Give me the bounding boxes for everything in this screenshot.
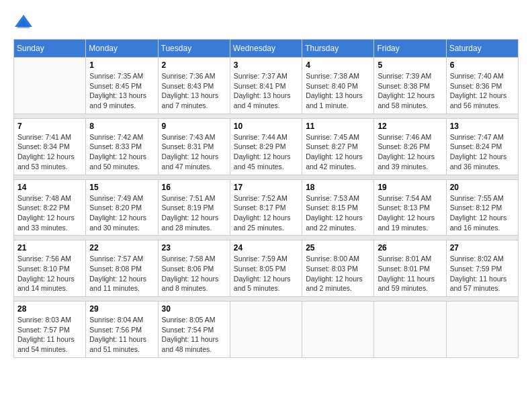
day-info: Sunrise: 7:51 AMSunset: 8:19 PMDaylight:… <box>162 193 226 233</box>
day-info: Sunrise: 7:56 AMSunset: 8:10 PMDaylight:… <box>17 254 82 293</box>
calendar-cell <box>230 302 302 358</box>
calendar-week-1: 1Sunrise: 7:35 AMSunset: 8:45 PMDaylight… <box>14 58 519 114</box>
day-number: 24 <box>234 243 298 253</box>
day-info: Sunrise: 7:39 AMSunset: 8:38 PMDaylight:… <box>378 71 442 111</box>
day-number: 29 <box>89 304 154 314</box>
calendar-cell: 16Sunrise: 7:51 AMSunset: 8:19 PMDayligh… <box>158 179 230 236</box>
calendar-cell <box>374 302 446 358</box>
calendar-cell: 10Sunrise: 7:44 AMSunset: 8:29 PMDayligh… <box>230 118 302 175</box>
calendar-cell: 17Sunrise: 7:52 AMSunset: 8:17 PMDayligh… <box>230 179 302 236</box>
calendar-week-3: 14Sunrise: 7:48 AMSunset: 8:22 PMDayligh… <box>14 179 519 236</box>
week-spacer <box>14 236 519 240</box>
calendar-cell: 15Sunrise: 7:49 AMSunset: 8:20 PMDayligh… <box>86 179 158 236</box>
calendar-cell: 27Sunrise: 8:02 AMSunset: 7:59 PMDayligh… <box>446 240 518 297</box>
calendar-cell: 9Sunrise: 7:43 AMSunset: 8:31 PMDaylight… <box>158 118 230 175</box>
day-info: Sunrise: 8:00 AMSunset: 8:03 PMDaylight:… <box>306 254 370 293</box>
day-number: 1 <box>89 60 154 70</box>
calendar-cell: 19Sunrise: 7:54 AMSunset: 8:13 PMDayligh… <box>374 179 446 236</box>
day-number: 7 <box>17 122 82 131</box>
day-number: 11 <box>306 122 370 131</box>
calendar-cell: 30Sunrise: 8:05 AMSunset: 7:54 PMDayligh… <box>158 302 230 358</box>
weekday-header-row: SundayMondayTuesdayWednesdayThursdayFrid… <box>14 40 519 58</box>
calendar-cell: 23Sunrise: 7:58 AMSunset: 8:06 PMDayligh… <box>158 240 230 297</box>
day-number: 15 <box>89 183 154 192</box>
calendar-table: SundayMondayTuesdayWednesdayThursdayFrid… <box>13 39 519 358</box>
day-number: 12 <box>378 122 442 131</box>
day-number: 8 <box>89 122 154 131</box>
calendar-cell: 3Sunrise: 7:37 AMSunset: 8:41 PMDaylight… <box>230 58 302 114</box>
calendar-cell: 2Sunrise: 7:36 AMSunset: 8:43 PMDaylight… <box>158 58 230 114</box>
day-number: 30 <box>162 304 226 314</box>
day-number: 6 <box>450 60 515 70</box>
day-number: 27 <box>450 243 515 253</box>
day-info: Sunrise: 7:44 AMSunset: 8:29 PMDaylight:… <box>234 132 298 172</box>
day-number: 28 <box>17 304 82 314</box>
day-info: Sunrise: 7:54 AMSunset: 8:13 PMDaylight:… <box>378 193 442 233</box>
day-number: 14 <box>17 183 82 192</box>
calendar-cell: 6Sunrise: 7:40 AMSunset: 8:36 PMDaylight… <box>446 58 518 114</box>
day-info: Sunrise: 7:37 AMSunset: 8:41 PMDaylight:… <box>234 71 298 111</box>
calendar-cell: 21Sunrise: 7:56 AMSunset: 8:10 PMDayligh… <box>14 240 86 297</box>
calendar-cell: 7Sunrise: 7:41 AMSunset: 8:34 PMDaylight… <box>14 118 86 175</box>
day-number: 16 <box>162 183 226 192</box>
weekday-header-thursday: Thursday <box>302 40 374 58</box>
day-info: Sunrise: 8:04 AMSunset: 7:56 PMDaylight:… <box>89 315 154 355</box>
calendar-cell <box>14 58 86 114</box>
calendar-body: 1Sunrise: 7:35 AMSunset: 8:45 PMDaylight… <box>14 58 519 358</box>
day-info: Sunrise: 7:41 AMSunset: 8:34 PMDaylight:… <box>17 132 82 172</box>
day-info: Sunrise: 8:03 AMSunset: 7:57 PMDaylight:… <box>17 315 82 355</box>
day-info: Sunrise: 7:55 AMSunset: 8:12 PMDaylight:… <box>450 193 515 233</box>
day-number: 2 <box>162 60 226 70</box>
day-number: 19 <box>378 183 442 192</box>
calendar-week-5: 28Sunrise: 8:03 AMSunset: 7:57 PMDayligh… <box>14 302 519 358</box>
calendar-cell: 24Sunrise: 7:59 AMSunset: 8:05 PMDayligh… <box>230 240 302 297</box>
day-info: Sunrise: 8:01 AMSunset: 8:01 PMDaylight:… <box>378 254 442 293</box>
day-info: Sunrise: 7:48 AMSunset: 8:22 PMDaylight:… <box>17 193 82 233</box>
weekday-header-monday: Monday <box>86 40 158 58</box>
calendar-cell <box>446 302 518 358</box>
day-info: Sunrise: 7:35 AMSunset: 8:45 PMDaylight:… <box>89 71 154 111</box>
day-number: 26 <box>378 243 442 253</box>
calendar-cell: 12Sunrise: 7:46 AMSunset: 8:26 PMDayligh… <box>374 118 446 175</box>
calendar-cell: 14Sunrise: 7:48 AMSunset: 8:22 PMDayligh… <box>14 179 86 236</box>
day-info: Sunrise: 7:47 AMSunset: 8:24 PMDaylight:… <box>450 132 515 172</box>
calendar-cell: 8Sunrise: 7:42 AMSunset: 8:33 PMDaylight… <box>86 118 158 175</box>
logo-icon <box>13 13 34 32</box>
day-number: 17 <box>234 183 298 192</box>
day-info: Sunrise: 8:02 AMSunset: 7:59 PMDaylight:… <box>450 254 515 293</box>
day-info: Sunrise: 7:45 AMSunset: 8:27 PMDaylight:… <box>306 132 370 172</box>
day-info: Sunrise: 7:52 AMSunset: 8:17 PMDaylight:… <box>234 193 298 233</box>
page-header <box>13 13 519 32</box>
calendar-cell: 11Sunrise: 7:45 AMSunset: 8:27 PMDayligh… <box>302 118 374 175</box>
day-number: 3 <box>234 60 298 70</box>
calendar-cell: 26Sunrise: 8:01 AMSunset: 8:01 PMDayligh… <box>374 240 446 297</box>
weekday-header-wednesday: Wednesday <box>230 40 302 58</box>
calendar-cell: 25Sunrise: 8:00 AMSunset: 8:03 PMDayligh… <box>302 240 374 297</box>
calendar-cell: 28Sunrise: 8:03 AMSunset: 7:57 PMDayligh… <box>14 302 86 358</box>
day-info: Sunrise: 7:49 AMSunset: 8:20 PMDaylight:… <box>89 193 154 233</box>
weekday-header-tuesday: Tuesday <box>158 40 230 58</box>
day-number: 13 <box>450 122 515 131</box>
day-number: 5 <box>378 60 442 70</box>
calendar-cell: 4Sunrise: 7:38 AMSunset: 8:40 PMDaylight… <box>302 58 374 114</box>
day-info: Sunrise: 7:42 AMSunset: 8:33 PMDaylight:… <box>89 132 154 172</box>
day-number: 20 <box>450 183 515 192</box>
week-spacer <box>14 297 519 302</box>
calendar-cell <box>302 302 374 358</box>
calendar-cell: 5Sunrise: 7:39 AMSunset: 8:38 PMDaylight… <box>374 58 446 114</box>
weekday-header-sunday: Sunday <box>14 40 86 58</box>
day-info: Sunrise: 7:36 AMSunset: 8:43 PMDaylight:… <box>162 71 226 111</box>
calendar-cell: 13Sunrise: 7:47 AMSunset: 8:24 PMDayligh… <box>446 118 518 175</box>
day-info: Sunrise: 7:46 AMSunset: 8:26 PMDaylight:… <box>378 132 442 172</box>
day-info: Sunrise: 7:57 AMSunset: 8:08 PMDaylight:… <box>89 254 154 293</box>
weekday-header-friday: Friday <box>374 40 446 58</box>
week-spacer <box>14 113 519 118</box>
calendar-week-4: 21Sunrise: 7:56 AMSunset: 8:10 PMDayligh… <box>14 240 519 297</box>
day-number: 10 <box>234 122 298 131</box>
calendar-week-2: 7Sunrise: 7:41 AMSunset: 8:34 PMDaylight… <box>14 118 519 175</box>
weekday-header-saturday: Saturday <box>446 40 518 58</box>
day-number: 25 <box>306 243 370 253</box>
day-info: Sunrise: 8:05 AMSunset: 7:54 PMDaylight:… <box>162 315 226 355</box>
day-number: 21 <box>17 243 82 253</box>
day-info: Sunrise: 7:58 AMSunset: 8:06 PMDaylight:… <box>162 254 226 293</box>
